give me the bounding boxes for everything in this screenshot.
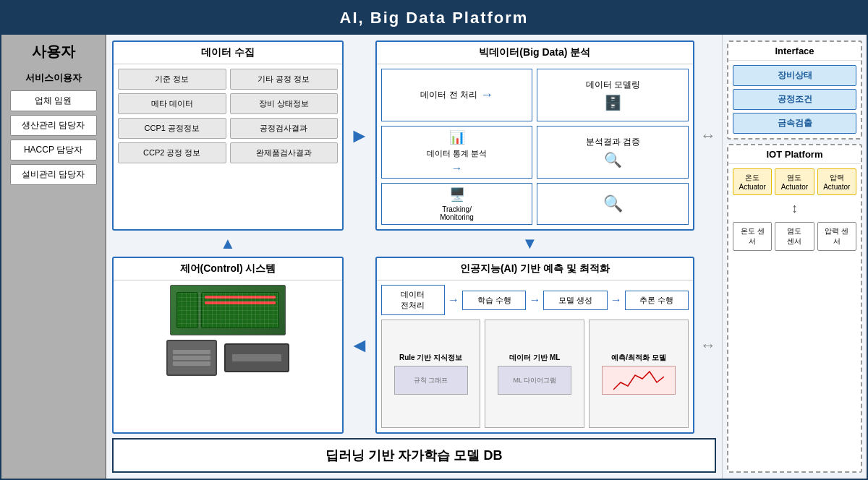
ml-chart: ML 다이어그램	[498, 366, 571, 395]
sidebar-item-1: 생산관리 담당자	[10, 115, 97, 136]
main-wrapper: AI, Big Data Platform 사용자 서비스이용자 업체 임원 생…	[0, 0, 868, 480]
content-area: 사용자 서비스이용자 업체 임원 생산관리 담당자 HACCP 담당자 설비관리…	[1, 35, 867, 479]
data-collection-grid: 기준 정보 기타 공정 정보 메타 데이터 장비 상태정보 CCP1 공정정보 …	[114, 64, 342, 168]
bigdata-panel: 빅데이터(Big Data) 분석 데이터 전 처리 → 데이터 모델링 🗄️	[375, 40, 694, 231]
data-cell-2: 메타 데이터	[118, 93, 226, 114]
down-arrow: ▼	[361, 234, 699, 253]
sidebar-item-2: HACCP 담당자	[10, 140, 97, 160]
data-cell-4: CCP1 공정정보	[118, 118, 226, 139]
vert-arrows: ▲ ▼	[112, 235, 716, 252]
sidebar-item-0: 업체 임원	[10, 90, 97, 111]
data-cell-6: CCP2 공정 정보	[118, 142, 226, 163]
control-images	[114, 280, 342, 380]
server-box-2	[224, 343, 289, 372]
interface-panel: Interface 장비상태 공정조건 금속검출	[727, 40, 862, 140]
ai-step-2: 모델 생성	[543, 291, 607, 310]
control-row-1	[170, 285, 286, 335]
data-cell-0: 기준 정보	[118, 69, 226, 90]
iot-sensors: 온도 센 서 염도 센서 압력 센 서	[728, 218, 861, 255]
data-cell-1: 기타 공정 정보	[230, 69, 339, 90]
control-row-2	[166, 340, 289, 376]
iot-actuator-0: 온도 Actuator	[733, 168, 772, 195]
ai-title: 인공지능(AI) 기반 예측 및 최적화	[377, 258, 693, 280]
iot-sensor-2: 압력 센 서	[817, 222, 856, 251]
interface-items: 장비상태 공정조건 금속검출	[728, 61, 861, 138]
ai-step-3: 추론 수행	[625, 291, 689, 310]
data-cell-3: 장비 상태정보	[230, 93, 339, 114]
circuit-board-large	[170, 285, 286, 335]
arrow-to-interface: ↔	[700, 40, 716, 231]
ai-bottom-rule: Rule 기반 지식정보 규칙 그래프	[381, 320, 481, 428]
bigdata-cell-modeling: 데이터 모델링 🗄️	[537, 69, 689, 121]
iot-sensor-1: 염도 센서	[775, 222, 814, 251]
data-collection-title: 데이터 수집	[114, 42, 342, 64]
bigdata-cell-preprocessing: 데이터 전 처리 →	[381, 69, 533, 121]
iot-actuators: 온도 Actuator 염도 Actuator 압력 Actuator	[728, 164, 861, 200]
bigdata-cell-verify: 분석결과 검증 🔍	[537, 126, 689, 179]
sidebar-item-3: 설비관리 담당자	[10, 164, 97, 185]
interface-item-2: 금속검출	[733, 113, 856, 134]
bigdata-inner: 데이터 전 처리 → 데이터 모델링 🗄️ 📊 데이터 통계 분석 →	[377, 64, 693, 229]
bottom-row: 제어(Control) 시스템	[112, 257, 716, 434]
main-title: AI, Big Data Platform	[1, 1, 867, 35]
sidebar-title: 사용자	[32, 42, 75, 61]
ai-arrow-2: →	[529, 293, 540, 307]
interface-item-0: 장비상태	[733, 65, 856, 86]
rule-chart: 규칙 그래프	[394, 366, 468, 395]
bigdata-title: 빅데이터(Big Data) 분석	[377, 42, 693, 64]
iot-vert-arrows: ↕	[728, 200, 861, 218]
bigdata-cell-stats: 📊 데이터 통계 분석 →	[381, 126, 533, 179]
ai-top-row: 데이터 전처리 → 학습 수행 → 모델 생성 →	[381, 285, 689, 315]
ai-arrow-1: →	[448, 293, 459, 307]
ai-inner: 데이터 전처리 → 학습 수행 → 모델 생성 →	[377, 280, 693, 432]
control-title: 제어(Control) 시스템	[114, 258, 342, 280]
iot-panel: IOT Platform 온도 Actuator 염도 Actuator 압력 …	[727, 144, 862, 473]
ai-step-1: 학습 수행	[462, 291, 526, 310]
main-content: 데이터 수집 기준 정보 기타 공정 정보 메타 데이터 장비 상태정보 CCP…	[106, 35, 722, 479]
top-row: 데이터 수집 기준 정보 기타 공정 정보 메타 데이터 장비 상태정보 CCP…	[112, 40, 716, 231]
predict-chart	[602, 366, 676, 395]
sidebar-section: 서비스이용자	[25, 72, 82, 85]
ai-step-0: 데이터 전처리	[381, 285, 445, 315]
arrow-to-control: ◄	[349, 257, 370, 434]
deep-learning-label: 딥러닝 기반 자가학습 모델 DB	[326, 448, 502, 463]
ai-arrow-3: →	[610, 293, 622, 307]
data-collection-panel: 데이터 수집 기준 정보 기타 공정 정보 메타 데이터 장비 상태정보 CCP…	[112, 40, 344, 231]
user-sidebar: 사용자 서비스이용자 업체 임원 생산관리 담당자 HACCP 담당자 설비관리…	[1, 35, 106, 479]
iot-actuator-2: 압력 Actuator	[817, 168, 856, 195]
interface-item-1: 공정조건	[733, 89, 856, 110]
ai-bottom-row: Rule 기반 지식정보 규칙 그래프 데이터 기반 ML ML 다이어그램 예…	[381, 320, 689, 428]
interface-title: Interface	[728, 42, 861, 61]
arrow-to-iot: ↔	[700, 257, 716, 434]
deep-learning-bar: 딥러닝 기반 자가학습 모델 DB	[112, 438, 716, 473]
bigdata-cell-empty: 🔍	[537, 183, 689, 225]
ai-bottom-ml: 데이터 기반 ML ML 다이어그램	[485, 320, 584, 428]
ai-panel: 인공지능(AI) 기반 예측 및 최적화 데이터 전처리 → 학습 수행 →	[375, 257, 694, 434]
iot-actuator-1: 염도 Actuator	[775, 168, 814, 195]
iot-title: IOT Platform	[728, 145, 861, 164]
right-sidebar: Interface 장비상태 공정조건 금속검출 IOT Platform 온도…	[722, 35, 867, 479]
bigdata-cell-tracking: 🖥️ Tracking/ Monitoring	[381, 183, 533, 225]
data-cell-5: 공정검사결과	[230, 118, 339, 139]
arrow-to-bigdata: ►	[349, 40, 370, 231]
iot-sensor-0: 온도 센 서	[733, 222, 772, 251]
ai-bottom-predict: 예측/최적화 모델	[589, 320, 689, 428]
server-box-1	[166, 340, 217, 376]
up-arrow: ▲	[112, 234, 344, 253]
control-panel: 제어(Control) 시스템	[112, 257, 344, 434]
data-cell-7: 완제품검사결과	[230, 142, 339, 163]
